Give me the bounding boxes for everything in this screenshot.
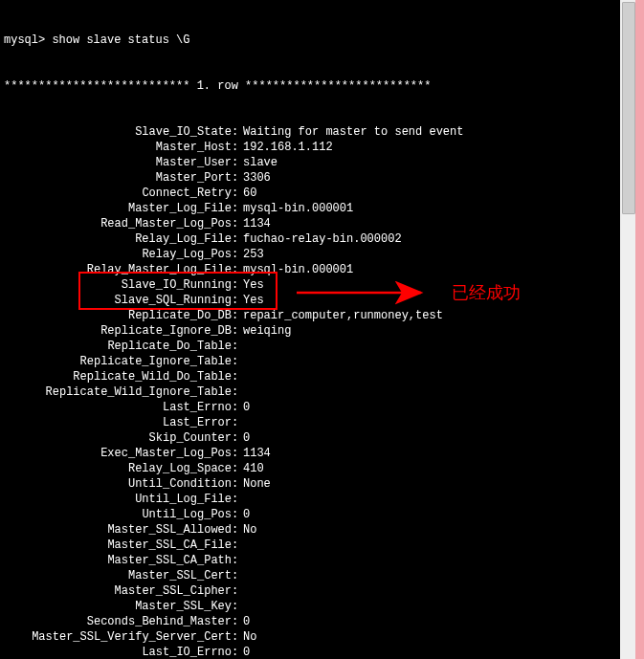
terminal-pane[interactable]: mysql> show slave status \G ************…: [0, 0, 621, 659]
field-label: Connect_Retry: [2, 186, 232, 201]
field-label: Master_User: [2, 155, 232, 170]
colon: :: [232, 354, 239, 369]
scrollbar-track[interactable]: [620, 0, 635, 659]
field-value: [239, 583, 620, 599]
colon: :: [232, 583, 239, 599]
field-label: Replicate_Do_DB: [2, 308, 232, 323]
field-value: 1134: [239, 216, 620, 231]
field-label: Master_Log_File: [2, 201, 232, 216]
colon: :: [232, 277, 239, 293]
field-label: Master_Host: [2, 140, 232, 155]
status-row: Relay_Master_Log_File:mysql-bin.000001: [2, 262, 620, 277]
status-row: Last_Error:: [2, 415, 620, 430]
field-value: 60: [239, 186, 620, 201]
colon: :: [232, 430, 239, 446]
colon: :: [232, 599, 239, 614]
scrollbar-thumb[interactable]: [622, 2, 635, 214]
window-area: mysql> show slave status \G ************…: [0, 0, 644, 659]
field-label: Master_SSL_Key: [2, 599, 232, 614]
status-row: Master_SSL_CA_Path:: [2, 553, 620, 568]
field-value: None: [239, 476, 620, 492]
field-value: [239, 553, 620, 568]
command-line: mysql> show slave status \G: [2, 33, 620, 48]
status-row: Slave_IO_State:Waiting for master to sen…: [2, 124, 620, 140]
status-row: Replicate_Do_Table:: [2, 339, 620, 354]
colon: :: [232, 186, 239, 201]
field-label: Replicate_Wild_Ignore_Table: [2, 384, 232, 400]
field-value: Yes: [239, 277, 620, 293]
status-row: Until_Log_File:: [2, 492, 620, 507]
colon: :: [232, 384, 239, 400]
field-value: mysql-bin.000001: [239, 262, 620, 277]
status-row: Read_Master_Log_Pos:1134: [2, 216, 620, 231]
field-value: Waiting for master to send event: [239, 124, 620, 140]
colon: :: [232, 629, 239, 645]
colon: :: [232, 216, 239, 231]
colon: :: [232, 201, 239, 216]
colon: :: [232, 553, 239, 568]
status-row: Master_SSL_Cert:: [2, 568, 620, 583]
colon: :: [232, 507, 239, 522]
field-label: Master_Port: [2, 170, 232, 186]
colon: :: [232, 522, 239, 538]
field-value: mysql-bin.000001: [239, 201, 620, 216]
field-value: [239, 599, 620, 614]
status-row: Exec_Master_Log_Pos:1134: [2, 446, 620, 461]
status-row: Master_SSL_Verify_Server_Cert:No: [2, 629, 620, 645]
status-row: Last_Errno:0: [2, 400, 620, 415]
field-label: Until_Log_File: [2, 492, 232, 507]
colon: :: [232, 461, 239, 476]
field-value: 1134: [239, 446, 620, 461]
field-label: Exec_Master_Log_Pos: [2, 446, 232, 461]
status-row: Slave_SQL_Running:Yes: [2, 293, 620, 308]
status-row: Master_User:slave: [2, 155, 620, 170]
field-value: slave: [239, 155, 620, 170]
field-label: Last_Errno: [2, 400, 232, 415]
field-label: Relay_Log_File: [2, 231, 232, 247]
field-label: Relay_Master_Log_File: [2, 262, 232, 277]
colon: :: [232, 231, 239, 247]
status-row: Master_Port:3306: [2, 170, 620, 186]
field-label: Slave_SQL_Running: [2, 293, 232, 308]
field-label: Until_Condition: [2, 476, 232, 492]
colon: :: [232, 492, 239, 507]
colon: :: [232, 538, 239, 553]
field-value: 0: [239, 430, 620, 446]
colon: :: [232, 614, 239, 629]
field-label: Replicate_Do_Table: [2, 339, 232, 354]
colon: :: [232, 645, 239, 659]
status-row: Relay_Log_Pos:253: [2, 247, 620, 262]
terminal-content: mysql> show slave status \G ************…: [0, 0, 620, 659]
field-value: weiqing: [239, 323, 620, 339]
field-label: Seconds_Behind_Master: [2, 614, 232, 629]
colon: :: [232, 415, 239, 430]
colon: :: [232, 155, 239, 170]
field-label: Slave_IO_State: [2, 124, 232, 140]
field-value: [239, 415, 620, 430]
status-row: Replicate_Ignore_DB:weiqing: [2, 323, 620, 339]
field-value: fuchao-relay-bin.000002: [239, 231, 620, 247]
status-row: Relay_Log_File:fuchao-relay-bin.000002: [2, 231, 620, 247]
field-label: Master_SSL_Cipher: [2, 583, 232, 599]
field-value: repair_computer,runmoney,test: [239, 308, 620, 323]
field-label: Master_SSL_Allowed: [2, 522, 232, 538]
colon: :: [232, 446, 239, 461]
field-value: [239, 339, 620, 354]
colon: :: [232, 170, 239, 186]
field-label: Replicate_Ignore_Table: [2, 354, 232, 369]
field-label: Slave_IO_Running: [2, 277, 232, 293]
field-label: Skip_Counter: [2, 430, 232, 446]
field-label: Until_Log_Pos: [2, 507, 232, 522]
field-value: [239, 369, 620, 384]
status-row: Slave_IO_Running:Yes: [2, 277, 620, 293]
field-value: [239, 354, 620, 369]
status-row: Master_SSL_Key:: [2, 599, 620, 614]
status-row: Master_SSL_Allowed:No: [2, 522, 620, 538]
colon: :: [232, 369, 239, 384]
field-value: [239, 492, 620, 507]
status-row: Master_Log_File:mysql-bin.000001: [2, 201, 620, 216]
colon: :: [232, 568, 239, 583]
status-row: Connect_Retry:60: [2, 186, 620, 201]
status-row: Skip_Counter:0: [2, 430, 620, 446]
colon: :: [232, 140, 239, 155]
